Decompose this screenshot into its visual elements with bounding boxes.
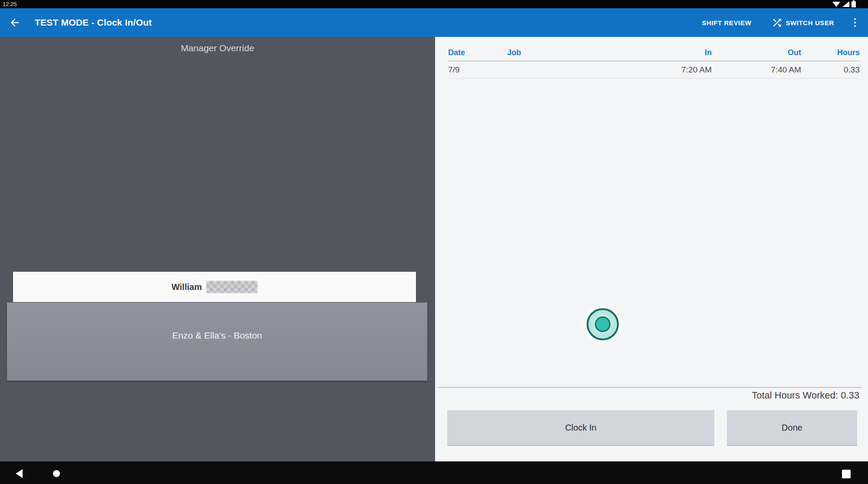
table-row[interactable]: 7/9 7:20 AM 7:40 AM 0.33 bbox=[448, 61, 860, 79]
back-arrow-icon[interactable] bbox=[0, 16, 30, 29]
nav-home-icon[interactable] bbox=[53, 470, 60, 477]
col-header-hours: Hours bbox=[801, 48, 860, 57]
right-panel: Date Job In Out Hours 7/9 7:20 AM 7:40 A… bbox=[435, 37, 868, 461]
nav-recents-icon[interactable] bbox=[842, 470, 851, 478]
cell-in: 7:20 AM bbox=[647, 65, 712, 75]
col-header-out: Out bbox=[712, 48, 801, 57]
cell-date: 7/9 bbox=[448, 65, 507, 75]
status-bar: 12:25 bbox=[0, 0, 868, 8]
battery-icon bbox=[851, 1, 856, 7]
switch-user-label: SWITCH USER bbox=[785, 19, 834, 26]
status-icons bbox=[832, 1, 856, 7]
clock-in-button[interactable]: Clock In bbox=[447, 410, 714, 446]
employee-last-name-redacted bbox=[206, 281, 257, 293]
touch-indicator-dot bbox=[595, 316, 611, 332]
location-card[interactable]: Enzo & Ella's - Boston bbox=[7, 303, 427, 381]
cellular-signal-icon bbox=[842, 1, 849, 7]
location-name: Enzo & Ella's - Boston bbox=[172, 330, 262, 341]
switch-user-button[interactable]: SWITCH USER bbox=[771, 17, 834, 29]
shift-table: Date Job In Out Hours 7/9 7:20 AM 7:40 A… bbox=[435, 37, 868, 79]
employee-card[interactable]: William bbox=[13, 272, 416, 302]
cell-out: 7:40 AM bbox=[712, 65, 801, 75]
divider bbox=[439, 387, 861, 388]
total-hours-label: Total Hours Worked: 0.33 bbox=[435, 390, 859, 401]
screen: 12:25 TEST MODE - Clock In/Out SHIFT REV… bbox=[0, 0, 868, 484]
overflow-menu-icon[interactable] bbox=[851, 16, 858, 30]
wifi-icon bbox=[832, 2, 840, 7]
col-header-job: Job bbox=[507, 48, 647, 57]
col-header-in: In bbox=[647, 48, 712, 57]
left-panel: Manager Override William Enzo & Ella's -… bbox=[0, 37, 435, 461]
col-header-date: Date bbox=[448, 48, 507, 57]
manager-override-button[interactable]: Manager Override bbox=[0, 43, 435, 53]
page-title: TEST MODE - Clock In/Out bbox=[35, 17, 152, 28]
android-nav-bar bbox=[0, 461, 868, 484]
clock-time: 12:25 bbox=[3, 0, 17, 8]
shift-review-button[interactable]: SHIFT REVIEW bbox=[702, 19, 752, 26]
shift-table-header: Date Job In Out Hours bbox=[448, 37, 860, 61]
cell-hours: 0.33 bbox=[801, 65, 860, 75]
done-button[interactable]: Done bbox=[727, 410, 857, 446]
nav-back-icon[interactable] bbox=[16, 469, 23, 478]
employee-first-name: William bbox=[172, 282, 202, 292]
touch-indicator bbox=[587, 308, 619, 340]
app-bar: TEST MODE - Clock In/Out SHIFT REVIEW SW… bbox=[0, 8, 868, 37]
shuffle-icon bbox=[771, 17, 783, 29]
